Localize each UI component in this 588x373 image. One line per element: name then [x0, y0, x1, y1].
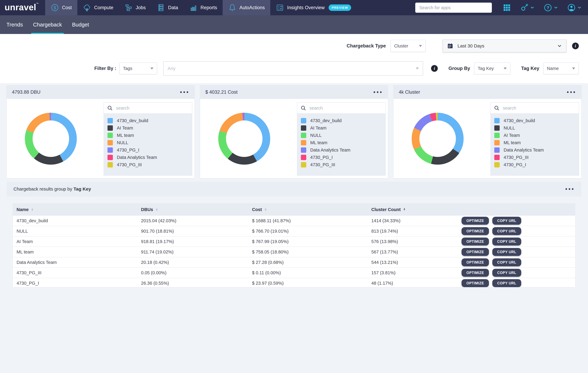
filter-by-select[interactable]: Tags: [119, 62, 157, 74]
legend-color-chip: [301, 155, 306, 160]
info-icon[interactable]: i: [572, 42, 579, 49]
date-range-picker[interactable]: Last 30 Days: [442, 40, 567, 52]
legend-item[interactable]: AI Team: [301, 125, 383, 131]
legend-item[interactable]: 4730_dev_build: [494, 118, 576, 123]
trademark-mark: ™: [36, 2, 39, 5]
optimize-button[interactable]: OPTIMIZE: [462, 258, 489, 266]
legend-item[interactable]: NULL: [301, 133, 383, 138]
nav-item-cost[interactable]: $ Cost: [45, 0, 77, 15]
copy-url-button[interactable]: COPY URL: [492, 258, 521, 266]
legend-item[interactable]: NULL: [494, 125, 576, 131]
legend-search[interactable]: [104, 102, 192, 114]
nav-label: Compute: [94, 5, 114, 10]
cell-cost: $ 0.11 (0.00%): [248, 270, 368, 275]
legend-item[interactable]: 4730_PG_III: [494, 155, 576, 160]
legend-label: AI Team: [504, 133, 520, 138]
nav-item-autoactions[interactable]: AutoActions: [223, 0, 270, 15]
cell-dbus: 918.81 (19.17%): [137, 239, 248, 244]
copy-url-button[interactable]: COPY URL: [492, 248, 521, 256]
apps-grid-button[interactable]: [503, 3, 511, 12]
logo-text: unravel: [5, 2, 36, 12]
legend-search-input[interactable]: [116, 105, 189, 111]
nav-item-data[interactable]: Data: [151, 0, 184, 15]
legend-color-chip: [494, 162, 500, 167]
donut-chart[interactable]: [215, 110, 273, 168]
column-header-name[interactable]: Name ▲▼: [13, 207, 137, 212]
tag-filter-placeholder: Any: [168, 66, 176, 71]
ellipsis-menu-icon[interactable]: [179, 90, 189, 94]
legend-item[interactable]: 4730_PG_I: [107, 147, 189, 153]
column-header-cost[interactable]: Cost ▲▼: [248, 207, 368, 212]
legend-color-chip: [301, 140, 306, 145]
chargeback-type-select[interactable]: Cluster: [390, 40, 426, 52]
database-icon: [157, 3, 165, 12]
legend-search-input[interactable]: [503, 105, 576, 111]
donut-chart[interactable]: [409, 110, 467, 168]
legend-color-chip: [494, 133, 500, 138]
copy-url-button[interactable]: COPY URL: [492, 279, 521, 287]
legend-item[interactable]: 4730_PG_III: [107, 162, 189, 167]
optimize-button[interactable]: OPTIMIZE: [462, 217, 489, 225]
legend-item[interactable]: 4730_dev_build: [107, 118, 189, 123]
copy-url-button[interactable]: COPY URL: [492, 217, 521, 225]
sort-icon: ▲▼: [264, 208, 267, 211]
nav-item-insights-overview[interactable]: Insights Overview PREVIEW: [270, 0, 357, 15]
group-by-select[interactable]: Tag Key: [474, 62, 510, 74]
legend-color-chip: [301, 147, 306, 153]
legend-item[interactable]: AI Team: [107, 125, 189, 131]
optimize-button[interactable]: OPTIMIZE: [462, 279, 489, 287]
legend-item[interactable]: ML team: [107, 133, 189, 138]
legend-item[interactable]: 4730_PG_III: [301, 162, 383, 167]
legend-item[interactable]: 4730_PG_I: [494, 162, 576, 167]
legend-item[interactable]: AI Team: [494, 133, 576, 138]
unravel-logo[interactable]: unravel™: [0, 0, 45, 15]
legend-item[interactable]: Data Analytics Team: [494, 147, 576, 153]
legend-search-input[interactable]: [309, 105, 382, 111]
nav-item-jobs[interactable]: Jobs: [119, 0, 151, 15]
column-header-cluster-count[interactable]: Cluster Count ▲▼: [368, 207, 462, 212]
copy-url-button[interactable]: COPY URL: [492, 269, 521, 277]
cost-tabs-bar: Trends Chargeback Budget: [0, 15, 588, 34]
ellipsis-menu-icon[interactable]: [564, 187, 575, 191]
legend-item[interactable]: Data Analytics Team: [301, 147, 383, 153]
tag-key-select[interactable]: Name: [543, 62, 579, 74]
donut-chart[interactable]: [22, 110, 80, 168]
table-row: ML team911.74 (19.02%)$ 758.05 (18.80%)5…: [13, 247, 575, 257]
optimize-button[interactable]: OPTIMIZE: [462, 269, 489, 277]
legend-label: AI Team: [310, 125, 326, 131]
tab-trends[interactable]: Trends: [5, 15, 25, 34]
legend-item[interactable]: ML team: [301, 140, 383, 145]
tab-budget[interactable]: Budget: [70, 15, 91, 34]
legend-label: 4730_PG_III: [310, 162, 335, 167]
optimize-button[interactable]: OPTIMIZE: [462, 227, 489, 235]
column-header-dbus[interactable]: DBUs ▲▼: [137, 207, 248, 212]
nav-item-compute[interactable]: Compute: [77, 0, 119, 15]
copy-url-button[interactable]: COPY URL: [492, 238, 521, 246]
cell-dbus: 911.74 (19.02%): [137, 249, 248, 255]
legend-item[interactable]: 4730_dev_build: [301, 118, 383, 123]
info-icon[interactable]: i: [431, 65, 438, 72]
legend-item[interactable]: Data Analytics Team: [107, 155, 189, 160]
legend-item[interactable]: NULL: [107, 140, 189, 145]
tab-chargeback[interactable]: Chargeback: [31, 15, 64, 34]
legend-item[interactable]: ML team: [494, 140, 576, 145]
cell-cost: $ 23.97 (0.59%): [248, 281, 368, 286]
card-title: $ 4032.21 Cost: [205, 89, 238, 95]
nav-item-reports[interactable]: Reports: [184, 0, 223, 15]
tag-filter-multiselect[interactable]: Any: [163, 61, 423, 76]
help-menu[interactable]: ?: [544, 3, 558, 12]
cost-card: $ 4032.21 Cost 4730_dev_buildAI TeamNULL…: [200, 85, 388, 178]
legend-color-chip: [494, 155, 500, 160]
search-apps-input[interactable]: [415, 3, 492, 13]
optimize-button[interactable]: OPTIMIZE: [462, 248, 489, 256]
ellipsis-menu-icon[interactable]: [566, 90, 576, 94]
copy-url-button[interactable]: COPY URL: [492, 227, 521, 235]
legend-label: NULL: [117, 140, 128, 145]
legend-search[interactable]: [297, 102, 386, 114]
optimize-button[interactable]: OPTIMIZE: [462, 238, 489, 246]
user-menu[interactable]: [567, 3, 582, 12]
legend-item[interactable]: 4730_PG_I: [301, 155, 383, 160]
ellipsis-menu-icon[interactable]: [373, 90, 383, 94]
legend-search[interactable]: [490, 102, 579, 114]
admin-tools-menu[interactable]: [520, 3, 535, 12]
